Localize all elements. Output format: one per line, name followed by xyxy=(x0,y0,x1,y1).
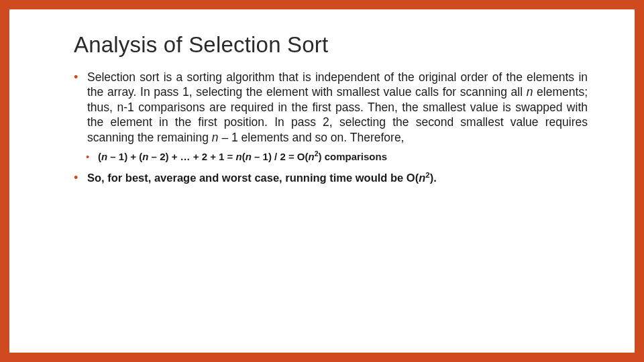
f-seg: – 1) / 2 = O( xyxy=(252,151,309,162)
f-seg: – 2) + … + 2 + 1 = xyxy=(148,151,235,162)
formula-text: (n – 1) + (n – 2) + … + 2 + 1 = n(n – 1)… xyxy=(98,150,588,164)
c-seg: So, for best, average and worst case, ru… xyxy=(87,172,419,184)
var-n: n xyxy=(212,131,219,144)
text-seg: – 1 elements and so on. Therefore, xyxy=(219,131,405,144)
var-n: n xyxy=(527,85,533,99)
var-n: n xyxy=(101,151,107,162)
slide-frame: Analysis of Selection Sort Selection sor… xyxy=(9,9,635,353)
var-n: n xyxy=(236,151,242,162)
f-seg: ) comparisons xyxy=(319,151,388,162)
var-n: n xyxy=(246,151,252,162)
conclusion-text: So, for best, average and worst case, ru… xyxy=(87,170,588,185)
bullet-conclusion: So, for best, average and worst case, ru… xyxy=(74,170,588,185)
slide-title: Analysis of Selection Sort xyxy=(74,32,588,58)
c-seg: ). xyxy=(430,172,437,184)
var-n: n xyxy=(419,172,425,184)
f-seg: – 1) + ( xyxy=(107,151,142,162)
bullet-formula: (n – 1) + (n – 2) + … + 2 + 1 = n(n – 1)… xyxy=(74,150,588,164)
bullet-main-text: Selection sort is a sorting algorithm th… xyxy=(87,70,588,145)
bullet-main: Selection sort is a sorting algorithm th… xyxy=(74,70,588,145)
var-n: n xyxy=(309,151,315,162)
text-seg: Selection sort is a sorting algorithm th… xyxy=(87,70,588,99)
